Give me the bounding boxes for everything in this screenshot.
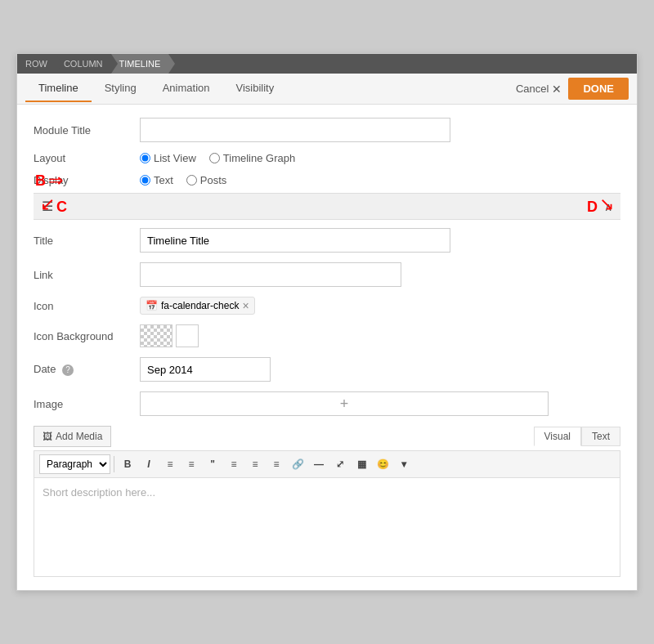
icon-row: Icon 📅 fa-calendar-check × (34, 297, 620, 315)
layout-timeline-graph-option[interactable]: Timeline Graph (209, 152, 295, 164)
text-tab[interactable]: Text (581, 427, 620, 446)
emoji-button[interactable]: 😊 (373, 454, 392, 474)
main-panel: ROW COLUMN TIMELINE Timeline Styling Ani… (16, 53, 638, 591)
toolbar-separator-1 (114, 456, 114, 472)
done-button[interactable]: DONE (568, 78, 629, 100)
align-right-button[interactable]: ≡ (267, 454, 286, 474)
italic-button[interactable]: I (139, 454, 159, 474)
cancel-button[interactable]: Cancel ✕ (516, 83, 562, 96)
icon-tag[interactable]: 📅 fa-calendar-check × (140, 297, 255, 315)
module-title-label: Module Title (34, 124, 140, 136)
display-text-option[interactable]: Text (140, 174, 173, 186)
icon-label: Icon (34, 300, 140, 312)
tab-visibility[interactable]: Visibility (223, 75, 288, 102)
bold-button[interactable]: B (118, 454, 137, 474)
annotation-d-label: D (587, 198, 598, 215)
align-center-button[interactable]: ≡ (245, 454, 265, 474)
add-media-button[interactable]: 🖼 Add Media (34, 426, 111, 447)
form-area: Module Title Layout List View Timeline G… (17, 105, 637, 590)
display-posts-radio[interactable] (186, 175, 197, 186)
layout-listview-radio[interactable] (140, 153, 150, 163)
fullscreen-button[interactable]: ⤢ (330, 454, 350, 474)
tab-bar: Timeline Styling Animation Visibility Ca… (17, 74, 637, 105)
date-help-icon[interactable]: ? (62, 364, 74, 376)
link-input[interactable] (140, 262, 401, 287)
icon-bg-preview[interactable] (140, 324, 172, 347)
editor-toolbar: Paragraph B I ≡ ≡ " ≡ ≡ ≡ 🔗 — ⤢ ▦ 😊 ▾ (34, 451, 620, 478)
editor-content[interactable]: Short description here... (34, 478, 620, 576)
unordered-list-button[interactable]: ≡ (160, 454, 180, 474)
horizontal-rule-button[interactable]: — (309, 454, 329, 474)
link-button[interactable]: 🔗 (288, 454, 307, 474)
breadcrumb-row[interactable]: ROW (17, 54, 56, 74)
table-button[interactable]: ▦ (352, 454, 371, 474)
title-input[interactable] (140, 228, 450, 253)
layout-listview-option[interactable]: List View (140, 152, 196, 164)
layout-label: Layout (34, 152, 140, 164)
tab-animation[interactable]: Animation (150, 75, 223, 102)
paragraph-select[interactable]: Paragraph (39, 454, 110, 474)
more-button[interactable]: ▾ (394, 454, 414, 474)
image-row: Image + (34, 391, 620, 416)
display-posts-option[interactable]: Posts (186, 174, 227, 186)
date-row: Date ? (34, 357, 620, 382)
display-text-radio[interactable] (140, 175, 150, 186)
display-label: Display (34, 174, 140, 186)
title-label: Title (34, 235, 140, 247)
breadcrumb-bar: ROW COLUMN TIMELINE (17, 54, 637, 74)
date-input[interactable] (140, 357, 271, 382)
editor-wrapper: Paragraph B I ≡ ≡ " ≡ ≡ ≡ 🔗 — ⤢ ▦ 😊 ▾ Sh… (34, 450, 620, 577)
section-header: ☰ ∧ C ↙ D ↘ (34, 193, 620, 220)
align-left-button[interactable]: ≡ (224, 454, 244, 474)
breadcrumb-column[interactable]: COLUMN (56, 54, 111, 74)
ordered-list-button[interactable]: ≡ (181, 454, 201, 474)
image-label: Image (34, 398, 140, 410)
icon-background-label: Icon Background (34, 330, 140, 342)
layout-radio-group: List View Timeline Graph (140, 152, 295, 164)
image-upload-area[interactable]: + (140, 391, 549, 416)
tab-styling[interactable]: Styling (92, 75, 150, 102)
icon-bg-controls (140, 324, 199, 347)
display-radio-group: Text Posts (140, 174, 226, 186)
module-title-row: Module Title (34, 118, 620, 142)
link-label: Link (34, 269, 140, 281)
breadcrumb-timeline[interactable]: TIMELINE (111, 54, 169, 74)
layout-row: Layout List View Timeline Graph (34, 152, 620, 164)
visual-tab[interactable]: Visual (534, 427, 581, 446)
icon-value: fa-calendar-check (161, 300, 239, 311)
layout-timeline-graph-radio[interactable] (209, 153, 220, 163)
display-row: Display Text Posts B ⇒ (34, 174, 620, 186)
title-row: Title (34, 228, 620, 253)
editor-tabs: Visual Text (534, 427, 620, 446)
editor-placeholder: Short description here... (43, 486, 155, 499)
link-row: Link (34, 262, 620, 287)
icon-remove-button[interactable]: × (242, 299, 249, 312)
module-title-input[interactable] (140, 118, 450, 142)
blockquote-button[interactable]: " (203, 454, 222, 474)
annotation-c-label: C (56, 198, 67, 215)
icon-background-row: Icon Background (34, 324, 620, 347)
tab-timeline[interactable]: Timeline (25, 75, 92, 102)
date-label: Date ? (34, 363, 140, 376)
color-swatch[interactable] (176, 324, 199, 347)
collapse-icon[interactable]: ∧ (604, 200, 612, 213)
hamburger-icon[interactable]: ☰ (42, 199, 53, 214)
